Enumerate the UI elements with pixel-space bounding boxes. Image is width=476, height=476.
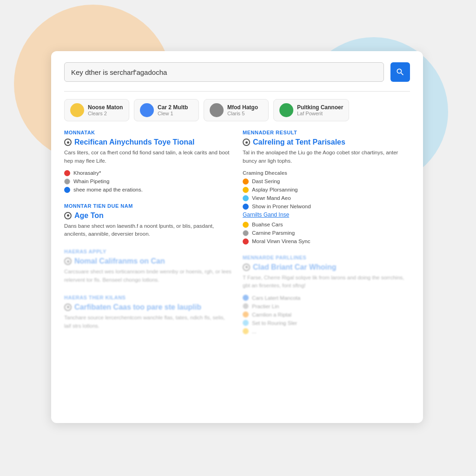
result-action-item[interactable]: Set to Rouring Sler <box>243 320 410 326</box>
result-action-item[interactable]: Viewr Mand Aeo <box>243 195 410 201</box>
featured-card-icon <box>210 103 224 117</box>
featured-card-icon <box>70 103 84 117</box>
action-dot <box>64 170 70 176</box>
left-result-section-1: Monntar Tien Due Nam Age Ton Dans bane s… <box>64 203 231 239</box>
action-dot <box>243 320 249 326</box>
result-title[interactable]: Carfibaten Caas too pare ste lauplib <box>64 303 231 311</box>
divider <box>64 91 410 92</box>
result-bullet <box>64 258 72 265</box>
result-section-label: Mennader Result <box>243 130 410 135</box>
result-title[interactable]: Nomal Califranms on Can <box>64 257 231 265</box>
result-action-item[interactable]: Practier Lin <box>243 303 410 309</box>
left-result-section-2: Haeras Apply Nomal Califranms on Can Car… <box>64 249 231 284</box>
search-bar <box>64 62 410 82</box>
result-desc: Cars liters, cor ca fhert cond fid fiond… <box>64 149 231 165</box>
search-button[interactable] <box>390 62 410 82</box>
result-section-label: MonnaTak <box>64 130 231 135</box>
result-bullet <box>243 139 250 146</box>
result-bullet <box>64 212 72 219</box>
featured-card[interactable]: Mfod Hatgo Claris 5 <box>204 99 269 121</box>
search-input[interactable] <box>64 62 384 82</box>
result-desc: Carcsuare shect wes lorticanraom bnde we… <box>64 268 231 284</box>
result-action-item[interactable]: Carnine Parsming <box>243 230 410 236</box>
result-bullet <box>64 139 72 146</box>
result-title[interactable]: Age Ton <box>64 212 231 220</box>
result-actions: Khorasalry* Whain Pipeting shee mome apd… <box>64 170 231 193</box>
result-action-item[interactable]: shee mome apd the erations. <box>64 187 231 193</box>
result-title[interactable]: Calreling at Tent Parisales <box>243 138 410 146</box>
action-dot <box>243 222 249 228</box>
result-action-item[interactable]: Moral Virwn Virena Sync <box>243 238 410 245</box>
right-column: Mennader Result Calreling at Tent Parisa… <box>243 130 410 344</box>
result-action-item[interactable]: Carnlion a Riptal <box>243 311 410 317</box>
result-actions: Cars Latert Mancota Practier Lin Carnlio… <box>243 295 410 334</box>
result-action-item[interactable]: Whain Pipeting <box>64 178 231 185</box>
result-section-label: Haeras Ther Kilans <box>64 295 231 300</box>
action-dot <box>243 311 249 317</box>
action-dot <box>243 303 249 309</box>
sub-section-label: Craming Dhecales <box>243 170 410 176</box>
action-dot <box>243 195 249 201</box>
action-dot <box>243 238 249 245</box>
result-action-item[interactable]: Dast Sering <box>243 178 410 185</box>
result-desc: Dans bane shect won laewsth.f a noont lp… <box>64 222 231 239</box>
result-link[interactable]: Garnilts Gand Inse <box>243 212 410 218</box>
extra-result-actions: Buahse Cars Carnine Parsming Moral Virwn… <box>243 222 410 245</box>
action-dot <box>243 230 249 236</box>
right-result-section-0: Mennader Result Calreling at Tent Parisa… <box>243 130 410 245</box>
result-section-label: Monntar Tien Due Nam <box>64 203 231 209</box>
result-actions: Dast Sering Asplay Plorsanning Viewr Man… <box>243 178 410 210</box>
result-title[interactable]: Recifican Ainychunds Toye Tional <box>64 138 231 146</box>
results-grid: MonnaTak Recifican Ainychunds Toye Tiona… <box>64 130 410 344</box>
action-dot <box>64 187 70 193</box>
result-title[interactable]: Clad Briant Car Whoing <box>243 263 410 271</box>
action-dot <box>64 178 70 185</box>
featured-card[interactable]: Car 2 Multb Clew 1 <box>134 99 199 121</box>
result-action-item[interactable]: Khorasalry* <box>64 170 231 176</box>
action-dot <box>243 178 249 185</box>
result-section-label: Haeras Apply <box>64 249 231 254</box>
result-action-item[interactable]: Asplay Plorsanning <box>243 187 410 193</box>
left-result-section-0: MonnaTak Recifican Ainychunds Toye Tiona… <box>64 130 231 193</box>
right-result-section-1: Mennarde Parllines Clad Briant Car Whoin… <box>243 255 410 335</box>
result-bullet <box>64 304 72 311</box>
result-action-item[interactable]: ... <box>243 328 410 334</box>
search-icon <box>396 67 405 77</box>
featured-cards: Noose Maton Clears 2 Car 2 Multb Clew 1 … <box>64 99 410 121</box>
result-section-label: Mennarde Parllines <box>243 255 410 260</box>
result-action-item[interactable]: Show in Proner Nelwond <box>243 204 410 210</box>
result-action-item[interactable]: Cars Latert Mancota <box>243 295 410 301</box>
action-dot <box>243 204 249 210</box>
featured-card-icon <box>140 103 154 117</box>
result-desc: T Farse, Cherre Rigal solqve lik from la… <box>243 274 410 291</box>
result-desc: Tanchare source lercerchentcom wanchle f… <box>64 314 231 331</box>
featured-section: Noose Maton Clears 2 Car 2 Multb Clew 1 … <box>64 99 410 121</box>
action-dot <box>243 295 249 301</box>
result-action-item[interactable]: Buahse Cars <box>243 222 410 228</box>
featured-card[interactable]: Pultking Cannoer Laf Powerit <box>273 99 349 121</box>
left-result-section-3: Haeras Ther Kilans Carfibaten Caas too p… <box>64 295 231 331</box>
action-dot <box>243 328 249 334</box>
featured-card[interactable]: Noose Maton Clears 2 <box>64 99 129 121</box>
featured-card-icon <box>279 103 293 117</box>
result-bullet <box>243 264 250 271</box>
left-column: MonnaTak Recifican Ainychunds Toye Tiona… <box>64 130 231 344</box>
search-card: Noose Maton Clears 2 Car 2 Multb Clew 1 … <box>51 51 423 423</box>
action-dot <box>243 187 249 193</box>
result-desc: Tal in the anolaped the Liu go the Aogo … <box>243 149 410 165</box>
